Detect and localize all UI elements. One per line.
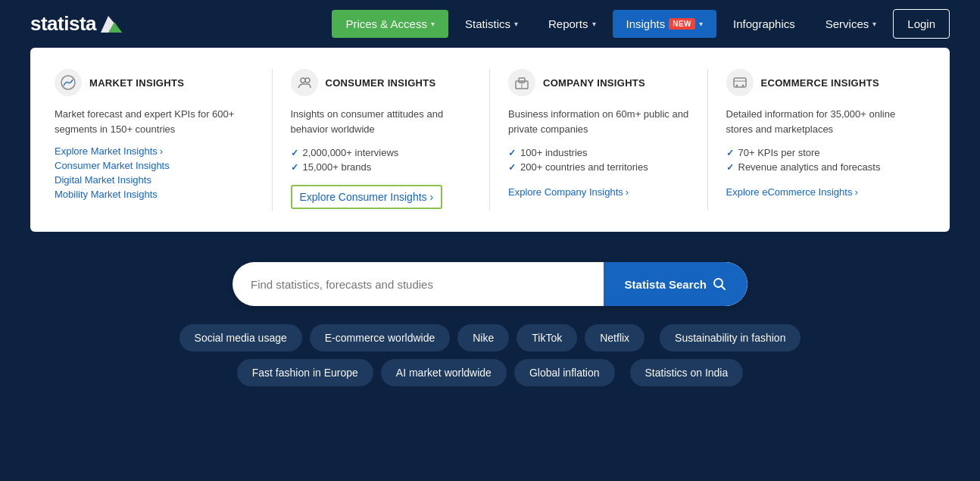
login-button[interactable]: Login — [893, 9, 950, 39]
tag-global-inflation[interactable]: Global inflation — [514, 359, 615, 386]
tag-nike[interactable]: Nike — [457, 324, 509, 351]
new-badge: NEW — [669, 18, 695, 30]
explore-company-insights-link[interactable]: Explore Company Insights › — [508, 186, 629, 198]
consumer-insights-desc: Insights on consumer attitudes and behav… — [291, 107, 472, 136]
svg-point-11 — [735, 85, 738, 87]
check-item: 200+ countries and territories — [508, 160, 689, 174]
logo[interactable]: statista — [30, 12, 122, 36]
svg-line-14 — [722, 286, 726, 290]
svg-point-3 — [67, 81, 70, 84]
mobility-market-insights-link[interactable]: Mobility Market Insights — [55, 189, 254, 200]
check-item: 100+ industries — [508, 145, 689, 160]
search-button[interactable]: Statista Search — [604, 262, 747, 306]
explore-market-insights-link[interactable]: Explore Market Insights › — [55, 145, 254, 157]
company-insights-title: COMPANY INSIGHTS — [543, 77, 645, 89]
check-item: 15,000+ brands — [291, 160, 472, 174]
tag-ecommerce-worldwide[interactable]: E-commerce worldwide — [310, 324, 450, 351]
consumer-insights-title: CONSUMER INSIGHTS — [326, 77, 436, 89]
company-insights-header: COMPANY INSIGHTS — [508, 69, 689, 96]
market-insights-desc: Market forecast and expert KPIs for 600+… — [55, 107, 254, 136]
chevron-down-icon: ▾ — [872, 20, 876, 28]
arrow-right-icon: › — [160, 145, 163, 157]
check-item: 2,000,000+ interviews — [291, 145, 472, 160]
arrow-right-icon: › — [854, 186, 857, 198]
digital-market-insights-link[interactable]: Digital Market Insights — [55, 174, 254, 186]
explore-consumer-insights-link[interactable]: Explore Consumer Insights › — [291, 185, 443, 209]
chevron-down-icon: ▾ — [592, 20, 596, 28]
ecommerce-insights-title: ECOMMERCE INSIGHTS — [761, 77, 879, 89]
ecommerce-insights-column: ECOMMERCE INSIGHTS Detailed information … — [708, 69, 926, 211]
check-item: Revenue analytics and forecasts — [726, 160, 908, 174]
consumer-market-insights-link[interactable]: Consumer Market Insights — [55, 160, 254, 171]
company-insights-desc: Business information on 60m+ public and … — [508, 107, 689, 136]
header: statista Prices & Access ▾ Statistics ▾ … — [0, 0, 980, 48]
search-icon — [713, 277, 726, 291]
infographics-button[interactable]: Infographics — [719, 10, 809, 38]
tag-sustainability[interactable]: Sustainability in fashion — [660, 324, 801, 351]
chevron-down-icon: ▾ — [431, 20, 435, 28]
svg-point-4 — [301, 78, 305, 83]
tag-social-media[interactable]: Social media usage — [179, 324, 302, 351]
arrow-right-icon: › — [626, 186, 629, 198]
services-button[interactable]: Services ▾ — [812, 10, 891, 38]
ecommerce-insights-icon — [726, 69, 754, 96]
tag-fast-fashion[interactable]: Fast fashion in Europe — [237, 359, 373, 386]
market-insights-title: MARKET INSIGHTS — [89, 77, 184, 89]
company-insights-icon — [508, 69, 535, 96]
market-insights-icon — [55, 69, 82, 96]
tag-tiktok[interactable]: TikTok — [517, 324, 577, 351]
consumer-insights-column: CONSUMER INSIGHTS Insights on consumer a… — [273, 69, 491, 211]
logo-icon — [101, 16, 122, 33]
arrow-right-icon: › — [430, 191, 434, 203]
reports-button[interactable]: Reports ▾ — [535, 10, 610, 38]
chevron-down-icon: ▾ — [699, 20, 703, 28]
explore-ecommerce-insights-link[interactable]: Explore eCommerce Insights › — [726, 186, 858, 198]
tag-statistics-india[interactable]: Statistics on India — [630, 359, 744, 386]
market-sub-links: Explore Market Insights › Consumer Marke… — [55, 145, 254, 200]
company-insights-column: COMPANY INSIGHTS Business information on… — [490, 69, 708, 211]
svg-point-12 — [741, 85, 744, 87]
market-insights-column: MARKET INSIGHTS Market forecast and expe… — [55, 69, 273, 211]
chevron-down-icon: ▾ — [514, 20, 518, 28]
consumer-insights-icon — [291, 69, 318, 96]
tag-pills-container: Social media usage E-commerce worldwide … — [149, 324, 831, 386]
main-nav: Prices & Access ▾ Statistics ▾ Reports ▾… — [332, 9, 950, 39]
insights-button[interactable]: Insights NEW ▾ — [613, 10, 717, 38]
company-check-list: 100+ industries 200+ countries and terri… — [508, 145, 689, 174]
svg-point-5 — [305, 78, 310, 83]
search-bar: Statista Search — [233, 262, 747, 306]
tag-netflix[interactable]: Netflix — [585, 324, 644, 351]
main-content: Statista Search Social media usage E-com… — [0, 232, 980, 401]
statistics-button[interactable]: Statistics ▾ — [451, 10, 532, 38]
ecommerce-check-list: 70+ KPIs per store Revenue analytics and… — [726, 145, 908, 174]
ecommerce-insights-desc: Detailed information for 35,000+ online … — [726, 107, 908, 136]
consumer-check-list: 2,000,000+ interviews 15,000+ brands — [291, 145, 472, 174]
insights-dropdown-panel: MARKET INSIGHTS Market forecast and expe… — [30, 48, 950, 232]
search-input[interactable] — [233, 278, 604, 291]
market-insights-header: MARKET INSIGHTS — [55, 69, 254, 96]
prices-access-button[interactable]: Prices & Access ▾ — [332, 10, 448, 38]
logo-text: statista — [30, 12, 96, 36]
tag-ai-market[interactable]: AI market worldwide — [381, 359, 507, 386]
consumer-insights-header: CONSUMER INSIGHTS — [291, 69, 472, 96]
svg-rect-9 — [734, 78, 746, 87]
ecommerce-insights-header: ECOMMERCE INSIGHTS — [726, 69, 908, 96]
check-item: 70+ KPIs per store — [726, 145, 908, 160]
